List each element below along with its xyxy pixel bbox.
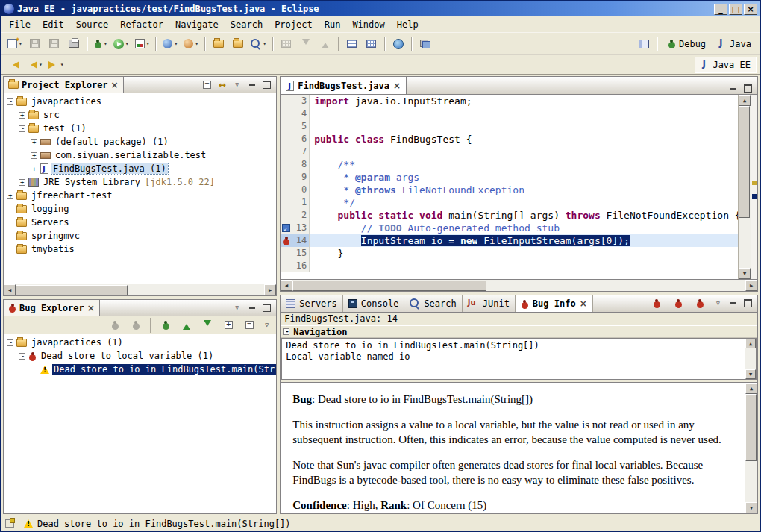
- next-bug-button[interactable]: [198, 316, 216, 334]
- menu-run[interactable]: Run: [319, 17, 347, 32]
- view-menu-button[interactable]: [712, 298, 724, 309]
- export-button[interactable]: [229, 35, 247, 53]
- editor-hscrollbar[interactable]: [281, 279, 757, 291]
- code-line[interactable]: 5: [281, 120, 738, 133]
- maximize-view-button[interactable]: [742, 298, 754, 309]
- maximize-button[interactable]: □: [729, 4, 742, 15]
- scrollbar-thumb[interactable]: [16, 285, 128, 295]
- scroll-down-icon[interactable]: [739, 268, 751, 279]
- menu-refactor[interactable]: Refactor: [114, 17, 169, 32]
- print-button[interactable]: [65, 35, 83, 53]
- debug-button[interactable]: [92, 35, 110, 53]
- navigation-vscrollbar[interactable]: [745, 339, 756, 379]
- collapse-expander-icon[interactable]: [19, 353, 25, 360]
- collapse-expander-icon[interactable]: [7, 339, 13, 346]
- code-line[interactable]: 2 public static void main(String[] args)…: [281, 209, 738, 222]
- close-icon[interactable]: [393, 81, 401, 91]
- expand-expander-icon[interactable]: [31, 152, 37, 159]
- code-line[interactable]: 13 // TODO Auto-generated method stub: [281, 222, 738, 234]
- search-toolbar-button[interactable]: [248, 35, 269, 53]
- menu-window[interactable]: Window: [346, 17, 390, 32]
- bug-explorer-tab[interactable]: Bug Explorer: [4, 300, 100, 316]
- maximize-editor-button[interactable]: [742, 83, 754, 94]
- collapse-all-button[interactable]: [240, 316, 258, 334]
- bug-properties-button[interactable]: [691, 294, 709, 312]
- tree-item-jfreechart-test[interactable]: jfreechart-test: [4, 189, 276, 202]
- prev-bug-button[interactable]: [648, 294, 666, 312]
- maximize-view-button[interactable]: [260, 79, 273, 90]
- menu-file[interactable]: File: [3, 17, 37, 32]
- view-menu-button[interactable]: [231, 302, 243, 313]
- tree-item-logging[interactable]: logging: [4, 202, 276, 216]
- scroll-down-icon[interactable]: [745, 502, 757, 513]
- bug-tree-item-javapractices[interactable]: javapractices (1): [4, 336, 276, 349]
- code-line[interactable]: 9 * @param args: [281, 171, 738, 184]
- warning-overview-marker[interactable]: [752, 181, 757, 185]
- expand-expander-icon[interactable]: [19, 112, 25, 119]
- tree-item-jre-library[interactable]: JRE System Library [jdk1.5.0_22]: [4, 175, 276, 189]
- project-explorer-hscrollbar[interactable]: [4, 284, 276, 295]
- expand-expander-icon[interactable]: [19, 179, 25, 186]
- forward-button[interactable]: [46, 56, 66, 74]
- refresh-bugs-button[interactable]: [157, 316, 175, 334]
- close-icon[interactable]: [111, 80, 119, 90]
- tree-item-findbugstest-java[interactable]: FindBugsTest.java (1): [4, 162, 276, 175]
- tree-item-serializable-test[interactable]: com.siyuan.serializable.test: [4, 148, 276, 162]
- scroll-left-icon[interactable]: [281, 280, 292, 291]
- selection-overview-marker[interactable]: [752, 194, 757, 199]
- scroll-right-icon[interactable]: [264, 284, 276, 295]
- expand-all-button[interactable]: [219, 316, 237, 334]
- show-grid-button[interactable]: [363, 35, 380, 53]
- scroll-down-icon[interactable]: [745, 369, 756, 379]
- close-icon[interactable]: [87, 303, 95, 313]
- save-button[interactable]: [26, 35, 44, 53]
- scrollbar-thumb[interactable]: [739, 106, 750, 218]
- minimize-view-button[interactable]: [245, 302, 258, 313]
- code-line[interactable]: 15 }: [281, 247, 738, 260]
- code-line[interactable]: 4: [281, 107, 738, 120]
- code-line[interactable]: 16: [281, 260, 738, 272]
- editor-vscrollbar[interactable]: [738, 95, 751, 279]
- coverage-button[interactable]: [133, 35, 152, 53]
- web-browser-button[interactable]: [389, 35, 407, 53]
- menu-source[interactable]: Source: [70, 17, 114, 32]
- navigation-lines[interactable]: Dead store to io in FindBugsTest.main(St…: [282, 339, 745, 379]
- scrollbar-thumb[interactable]: [745, 394, 757, 461]
- tree-item-tmybatis[interactable]: tmybatis: [4, 242, 276, 256]
- next-annotation-button[interactable]: [297, 35, 315, 53]
- code-line[interactable]: 3import java.io.InputStream;: [281, 95, 738, 107]
- tab-junit[interactable]: JUnit: [463, 295, 516, 312]
- overview-ruler[interactable]: [751, 95, 757, 279]
- back-button[interactable]: [25, 56, 45, 74]
- save-all-button[interactable]: [46, 35, 63, 53]
- code-line-selected[interactable]: 14 InputStream io = new FileInputStream(…: [281, 234, 738, 247]
- tab-console[interactable]: Console: [343, 295, 405, 312]
- tree-item-javapractices[interactable]: javapractices: [4, 95, 276, 108]
- code-line[interactable]: 7: [281, 145, 738, 158]
- close-icon[interactable]: [580, 298, 587, 309]
- java-perspective-button[interactable]: Java: [713, 37, 757, 51]
- collapse-expander-icon[interactable]: [19, 125, 25, 132]
- tree-item-test[interactable]: test (1): [4, 122, 276, 135]
- debug-perspective-button[interactable]: Debug: [663, 37, 711, 51]
- tree-item-src[interactable]: src: [4, 108, 276, 122]
- run-button[interactable]: [111, 35, 131, 53]
- minimize-button[interactable]: _: [714, 4, 727, 15]
- code-line[interactable]: 6public class FindBugsTest {: [281, 133, 738, 145]
- maximize-view-button[interactable]: [260, 302, 273, 313]
- expand-expander-icon[interactable]: [31, 166, 37, 172]
- tree-item-servers[interactable]: Servers: [4, 216, 276, 229]
- minimize-view-button[interactable]: [245, 79, 258, 90]
- filter-priority-button[interactable]: [127, 316, 145, 334]
- scrollbar-thumb[interactable]: [292, 281, 486, 291]
- next-bug-button[interactable]: [669, 294, 687, 312]
- menu-project[interactable]: Project: [269, 17, 319, 32]
- bug-tree-item-dead-store-instance[interactable]: Dead store to io in FindBugsTest.main(St…: [4, 363, 276, 376]
- project-explorer-tab[interactable]: Project Explorer: [4, 77, 124, 93]
- tree-item-default-package[interactable]: (default package) (1): [4, 135, 276, 148]
- filter-bugs-button[interactable]: [106, 316, 124, 334]
- mark-occurrences-button[interactable]: [278, 35, 295, 53]
- import-button[interactable]: [210, 35, 228, 53]
- prev-bug-button[interactable]: [178, 316, 195, 334]
- tab-servers[interactable]: Servers: [281, 295, 343, 312]
